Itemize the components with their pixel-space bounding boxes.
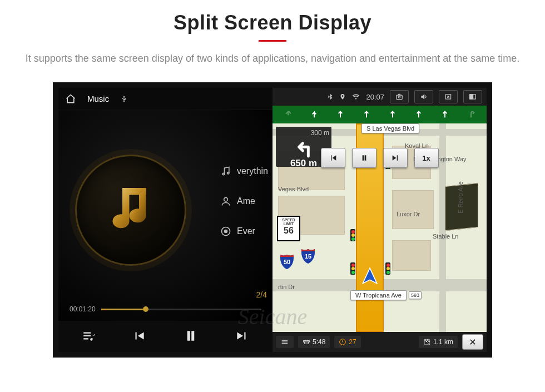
route-number-badge: 593	[409, 291, 422, 299]
split-screen-button[interactable]	[463, 90, 482, 103]
title-underline	[259, 40, 286, 42]
street-label: Luxor Dr	[392, 210, 424, 219]
remaining-distance-box[interactable]: 1.1 km	[419, 336, 458, 348]
lane-arrow-icon	[440, 108, 450, 121]
navigation-app: 20:07	[272, 88, 487, 352]
next-turn-distance: 300 m	[278, 129, 329, 137]
svg-rect-5	[397, 95, 403, 100]
nav-footer: 5:48 27 1.1 km	[272, 332, 487, 352]
close-app-button[interactable]	[439, 90, 458, 103]
svg-point-2	[224, 198, 228, 202]
street-label: W Tropicana Ave	[350, 290, 407, 300]
street-label: Vegas Blvd	[274, 185, 313, 193]
simulation-controls: 1x	[272, 148, 487, 168]
home-icon[interactable]	[65, 93, 76, 105]
music-topbar: Music	[58, 88, 272, 110]
music-title: Music	[87, 94, 109, 103]
track-title-icon	[220, 166, 231, 177]
previous-button[interactable]	[132, 329, 146, 345]
lane-arrow-icon	[388, 108, 398, 121]
interstate-shield-icon: 50	[279, 254, 295, 270]
elapsed-time: 00:01:20	[70, 305, 96, 313]
street-label: S Las Vegas Blvd	[361, 123, 419, 133]
lane-guidance	[272, 106, 487, 123]
alert-box[interactable]: 27	[334, 336, 360, 348]
music-note-icon	[108, 185, 153, 235]
track-artist: Ame	[237, 196, 255, 206]
location-icon	[339, 92, 346, 101]
svg-rect-10	[304, 341, 310, 342]
playlist-button[interactable]	[82, 329, 96, 345]
svg-rect-13	[427, 340, 428, 341]
lane-arrow-icon	[335, 108, 345, 121]
eta-box[interactable]: 5:48	[298, 336, 330, 348]
svg-rect-9	[470, 95, 473, 99]
svg-rect-15	[428, 341, 429, 342]
close-nav-button[interactable]	[462, 334, 483, 350]
svg-point-6	[398, 96, 400, 98]
pause-button[interactable]	[182, 328, 199, 346]
lane-arrow-icon	[414, 108, 424, 121]
music-controls	[58, 321, 272, 352]
speed-limit-value: 56	[278, 226, 299, 236]
screenshot-button[interactable]	[390, 90, 409, 103]
svg-point-4	[224, 230, 227, 233]
street-label: E Reno Ave	[456, 177, 465, 218]
street-label: Stable Ln	[428, 232, 463, 241]
lane-arrow-icon	[309, 108, 319, 121]
bluetooth-icon	[327, 92, 334, 101]
track-counter: 2/4	[256, 290, 267, 299]
menu-button[interactable]	[276, 336, 294, 348]
music-app: Music verythin	[58, 88, 272, 352]
next-button[interactable]	[235, 329, 249, 345]
lane-arrow-icon	[283, 108, 293, 121]
status-bar: 20:07	[272, 88, 487, 106]
svg-point-0	[222, 173, 224, 175]
sim-prev-button[interactable]	[321, 148, 345, 168]
track-album: Ever	[237, 226, 255, 236]
lane-arrow-icon	[466, 108, 476, 121]
status-time: 20:07	[366, 93, 384, 101]
sim-pause-button[interactable]	[352, 148, 376, 168]
usb-icon[interactable]	[120, 94, 128, 104]
progress-bar[interactable]: 00:01:20	[70, 305, 261, 313]
svg-point-1	[227, 172, 229, 174]
lane-arrow-icon	[361, 108, 371, 121]
device-frame: Music verythin	[53, 82, 492, 358]
svg-rect-14	[426, 341, 427, 342]
svg-rect-12	[424, 340, 425, 341]
interstate-shield-icon: 15	[300, 248, 316, 265]
album-icon	[220, 226, 231, 237]
wifi-icon	[351, 93, 360, 101]
track-metadata: verythin Ame Ever	[220, 166, 268, 237]
sim-speed-button[interactable]: 1x	[414, 148, 439, 168]
album-art	[75, 155, 186, 266]
speed-limit-sign: SPEED LIMIT 56	[277, 216, 300, 241]
page-description: It supports the same screen display of t…	[22, 52, 523, 66]
artist-icon	[220, 196, 231, 207]
track-title: verythin	[237, 166, 268, 176]
vehicle-cursor-icon	[360, 267, 379, 286]
page-title: Split Screen Display	[0, 11, 545, 34]
street-label: rtin Dr	[274, 282, 299, 291]
volume-button[interactable]	[414, 90, 433, 103]
sim-next-button[interactable]	[383, 148, 408, 168]
